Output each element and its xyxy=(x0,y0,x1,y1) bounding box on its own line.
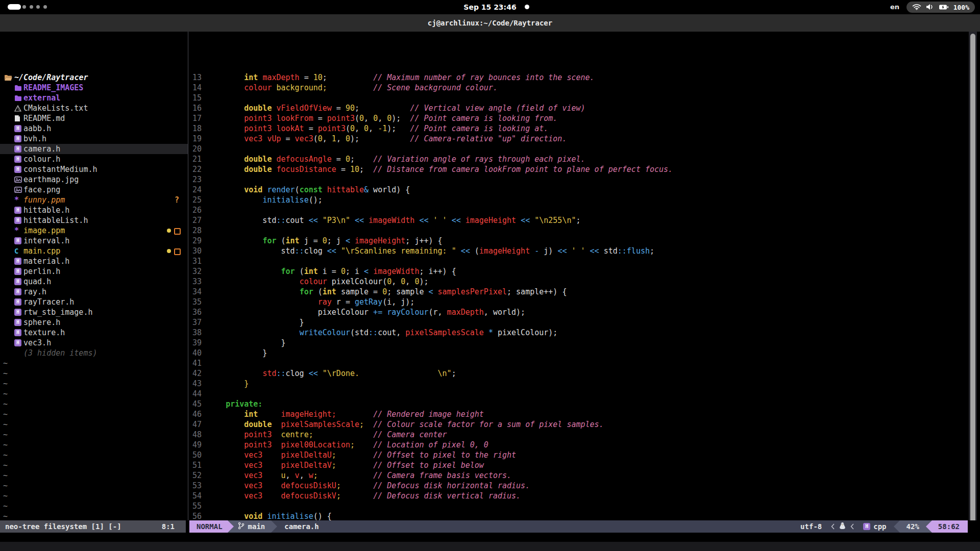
code-line-42[interactable]: 42 std::clog << "\rDone. \n"; xyxy=(188,368,968,379)
code-line-16[interactable]: 16 double vFieldOfView = 90; // Vertical… xyxy=(188,103,968,113)
tree-item-face.png[interactable]: face.png xyxy=(0,185,188,195)
line-number: 44 xyxy=(188,389,202,399)
tree-item-label: colour.h xyxy=(23,154,60,164)
mode-indicator: NORMAL xyxy=(189,520,228,533)
code-line-20[interactable]: 20 xyxy=(188,144,968,154)
folder-icon xyxy=(14,83,22,93)
code-line-30[interactable]: 30 std::clog << "\rScanlines remaining: … xyxy=(188,246,968,256)
code-line-55[interactable]: 55 xyxy=(188,501,968,511)
tree-item-label: funny.ppm xyxy=(23,195,65,205)
filetype-segment: H cpp xyxy=(863,522,886,531)
code-line-39[interactable]: 39 } xyxy=(188,338,968,348)
tree-item-raytracer.h[interactable]: HrayTracer.h xyxy=(0,297,188,307)
code-line-21[interactable]: 21 double defocusAngle = 0; // Variation… xyxy=(188,154,968,164)
code-line-48[interactable]: 48 point3 centre; // Camera center xyxy=(188,430,968,440)
scrollbar-thumb[interactable] xyxy=(970,34,975,547)
window-separator[interactable] xyxy=(188,32,188,533)
tree-item-rtw-stb-image.h[interactable]: Hrtw_stb_image.h xyxy=(0,307,188,317)
code-line-49[interactable]: 49 point3 pixel00Location; // Location o… xyxy=(188,440,968,450)
code-line-37[interactable]: 37 } xyxy=(188,317,968,328)
code-line-36[interactable]: 36 pixelColour += rayColour(r, maxDepth,… xyxy=(188,307,968,317)
tree-item-quad.h[interactable]: Hquad.h xyxy=(0,277,188,287)
code-line-52[interactable]: 52 vec3 u, v, w; // Camera frame basis v… xyxy=(188,470,968,481)
line-number: 31 xyxy=(188,256,202,266)
code-line-25[interactable]: 25 initialise(); xyxy=(188,195,968,205)
code-editor[interactable]: 13 int maxDepth = 10; // Maximum number … xyxy=(188,72,968,551)
tree-item-constantmedium.h[interactable]: HconstantMedium.h xyxy=(0,164,188,174)
tree-item--code-raytracer[interactable]: ~/Code/Raytracer xyxy=(0,72,188,83)
tree-item-readme-images[interactable]: README_IMAGES xyxy=(0,83,188,93)
system-tray[interactable]: 100% xyxy=(906,2,975,13)
code-line-50[interactable]: 50 vec3 pixelDeltaU; // Offset to pixel … xyxy=(188,450,968,460)
code-line-22[interactable]: 22 double focusDistance = 10; // Distanc… xyxy=(188,164,968,174)
tree-item-perlin.h[interactable]: Hperlin.h xyxy=(0,266,188,277)
tree-item-aabb.h[interactable]: Haabb.h xyxy=(0,123,188,134)
tree-item-camera.h[interactable]: Hcamera.h xyxy=(0,144,188,154)
code-line-40[interactable]: 40 } xyxy=(188,348,968,358)
code-line-15[interactable]: 15 xyxy=(188,93,968,103)
chevron-left-icon xyxy=(831,523,835,530)
tree-item-cmakelists.txt[interactable]: CMakeLists.txt xyxy=(0,103,188,113)
code-line-51[interactable]: 51 vec3 pixelDeltaV; // Offset to pixel … xyxy=(188,460,968,470)
tree-item-sphere.h[interactable]: Hsphere.h xyxy=(0,317,188,328)
code-line-38[interactable]: 38 writeColour(std::cout, pixelSamplesSc… xyxy=(188,328,968,338)
code-line-27[interactable]: 27 std::cout << "P3\n" << imageWidth << … xyxy=(188,215,968,226)
terminal-titlebar[interactable]: cj@archlinux:~/Code/Raytracer xyxy=(0,14,980,32)
code-line-44[interactable]: 44 xyxy=(188,389,968,399)
tree-item-hittable.h[interactable]: Hhittable.h xyxy=(0,205,188,215)
tree-item-vec3.h[interactable]: Hvec3.h xyxy=(0,338,188,348)
desktop: Sep 15 23:46 en 100% cj@archlinux:~/Code… xyxy=(0,0,980,551)
terminal-window: ~/Code/RaytracerREADME_IMAGESexternalCMa… xyxy=(0,32,980,520)
tree-item-hittablelist.h[interactable]: HhittableList.h xyxy=(0,215,188,226)
code-line-23[interactable]: 23 xyxy=(188,174,968,185)
tree-item-bvh.h[interactable]: Hbvh.h xyxy=(0,134,188,144)
code-line-47[interactable]: 47 double pixelSamplesScale; // Colour s… xyxy=(188,419,968,430)
code-line-34[interactable]: 34 for (int sample = 0; sample < samples… xyxy=(188,287,968,297)
code-line-19[interactable]: 19 vec3 vUp = vec3(0, 1, 0); // Camera-r… xyxy=(188,134,968,144)
code-line-13[interactable]: 13 int maxDepth = 10; // Maximum number … xyxy=(188,72,968,83)
line-number: 52 xyxy=(188,470,202,481)
tree-item--3-hidden-items-[interactable]: (3 hidden items) xyxy=(0,348,188,358)
neo-tree-sidebar[interactable]: ~/Code/RaytracerREADME_IMAGESexternalCMa… xyxy=(0,72,188,551)
code-line-26[interactable]: 26 xyxy=(188,205,968,215)
code-line-31[interactable]: 31 xyxy=(188,256,968,266)
tree-item-label: aabb.h xyxy=(23,123,51,134)
git-unstaged-square-icon xyxy=(174,228,181,235)
code-line-43[interactable]: 43 } xyxy=(188,379,968,389)
code-line-14[interactable]: 14 colour background; // Scene backgroun… xyxy=(188,83,968,93)
code-line-33[interactable]: 33 colour pixelColour(0, 0, 0); xyxy=(188,277,968,287)
command-line[interactable] xyxy=(0,533,980,542)
code-line-45[interactable]: 45 private: xyxy=(188,399,968,409)
code-line-24[interactable]: 24 void render(const hittable& world) { xyxy=(188,185,968,195)
code-line-28[interactable]: 28 xyxy=(188,226,968,236)
scrollbar-track[interactable] xyxy=(969,32,977,551)
code-line-41[interactable]: 41 xyxy=(188,358,968,368)
code-line-46[interactable]: 46 int imageHeight; // Rendered image he… xyxy=(188,409,968,419)
tree-item-funny.ppm[interactable]: *funny.ppm? xyxy=(0,195,188,205)
tree-item-colour.h[interactable]: Hcolour.h xyxy=(0,154,188,164)
code-line-54[interactable]: 54 vec3 defocusDiskV; // Defocus disk ve… xyxy=(188,491,968,501)
tree-item-readme.md[interactable]: README.md xyxy=(0,113,188,123)
tree-item-material.h[interactable]: Hmaterial.h xyxy=(0,256,188,266)
tree-item-main.cpp[interactable]: Cmain.cpp xyxy=(0,246,188,256)
tree-item-earthmap.jpg[interactable]: earthmap.jpg xyxy=(0,174,188,185)
code-line-35[interactable]: 35 ray r = getRay(i, j); xyxy=(188,297,968,307)
header-icon: H xyxy=(14,338,21,348)
tree-item-texture.h[interactable]: Htexture.h xyxy=(0,328,188,338)
tree-item-interval.h[interactable]: Hinterval.h xyxy=(0,236,188,246)
tree-item-ray.h[interactable]: Hray.h xyxy=(0,287,188,297)
code-line-56[interactable]: 56 void initialise() { xyxy=(188,511,968,521)
line-number: 29 xyxy=(188,236,202,246)
line-number: 33 xyxy=(188,277,202,287)
tree-item-label: quad.h xyxy=(23,277,51,287)
code-line-18[interactable]: 18 point3 lookAt = point3(0, 0, -1); // … xyxy=(188,123,968,134)
code-line-32[interactable]: 32 for (int i = 0; i < imageWidth; i++) … xyxy=(188,266,968,277)
tree-item-external[interactable]: external xyxy=(0,93,188,103)
language-indicator[interactable]: en xyxy=(890,0,899,14)
line-number: 54 xyxy=(188,491,202,501)
tree-item-image.ppm[interactable]: *image.ppm xyxy=(0,226,188,236)
code-line-17[interactable]: 17 point3 lookFrom = point3(0, 0, 0); //… xyxy=(188,113,968,123)
empty-line-tilde: ~ xyxy=(0,481,188,491)
code-line-53[interactable]: 53 vec3 defocusDiskU; // Defocus disk ho… xyxy=(188,481,968,491)
code-line-29[interactable]: 29 for (int j = 0; j < imageHeight; j++)… xyxy=(188,236,968,246)
